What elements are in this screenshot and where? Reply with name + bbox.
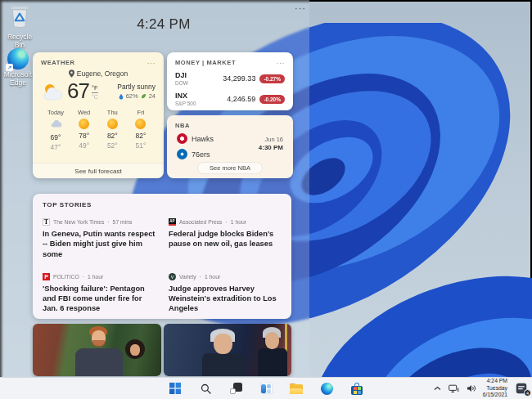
story-source: Associated Press bbox=[179, 219, 223, 225]
top-stories-widget[interactable]: TOP STORIES T The New York Times · 57 mi… bbox=[33, 194, 291, 319]
store-button[interactable] bbox=[347, 379, 367, 398]
story-time: 1 hour bbox=[88, 274, 103, 280]
task-view-icon bbox=[230, 383, 242, 394]
edge-icon: ↗ bbox=[7, 48, 29, 69]
story-headline: 'Shocking failure': Pentagon and FBI com… bbox=[43, 284, 156, 314]
search-icon bbox=[201, 383, 211, 394]
clock-day: Tuesday bbox=[483, 385, 507, 392]
recycle-bin-icon bbox=[8, 4, 31, 32]
top-stories-title: TOP STORIES bbox=[43, 201, 282, 208]
story-source: POLITICO bbox=[53, 274, 79, 280]
sunny-icon bbox=[79, 119, 89, 129]
story-item[interactable]: AP Associated Press · 1 hour Federal jud… bbox=[169, 218, 282, 259]
desktop-icon-microsoft-edge[interactable]: ↗ Microsoft Edge bbox=[1, 48, 35, 87]
story-time: 57 mins bbox=[113, 219, 133, 225]
story-source: Variety bbox=[179, 274, 196, 280]
weather-title: WEATHER bbox=[41, 59, 75, 66]
desktop: Recycle Bin ↗ Microsoft Edge 4:24 PM ···… bbox=[0, 0, 532, 399]
story-item[interactable]: T The New York Times · 57 mins In Geneva… bbox=[43, 218, 156, 259]
edge-icon bbox=[321, 383, 333, 395]
weather-widget[interactable]: WEATHER ··· Eugene, Oregon 67 °F °C Part… bbox=[33, 52, 164, 178]
panel-more-icon[interactable]: ··· bbox=[288, 3, 313, 13]
clock-time: 4:24 PM bbox=[483, 378, 507, 385]
story-item[interactable]: P POLITICO · 1 hour 'Shocking failure': … bbox=[43, 273, 156, 314]
cloudy-icon bbox=[50, 119, 62, 128]
nba-title: NBA bbox=[175, 122, 190, 129]
story-source: The New York Times bbox=[53, 219, 104, 225]
hidden-icons-chevron[interactable] bbox=[433, 386, 442, 391]
forecast-day-today[interactable]: Today 69° 47° bbox=[43, 109, 68, 151]
market-more-icon[interactable]: ··· bbox=[277, 61, 286, 65]
air-quality-value: 24 bbox=[149, 92, 156, 100]
taskbar: 4:24 PM Tuesday 6/15/2021 4 bbox=[0, 377, 532, 399]
story-time: 1 hour bbox=[231, 219, 246, 225]
story-time: 1 hour bbox=[205, 274, 220, 280]
folder-icon bbox=[290, 383, 303, 394]
market-row-inx[interactable]: INX S&P 500 4,246.59 -0.20% bbox=[175, 92, 285, 106]
politico-logo-icon: P bbox=[43, 273, 50, 280]
condition-text: Partly sunny bbox=[117, 83, 156, 91]
leaf-icon bbox=[141, 93, 147, 99]
chevron-up-icon bbox=[434, 386, 441, 391]
change-badge: -0.20% bbox=[259, 95, 285, 104]
forecast-day-thu[interactable]: Thu 82° 52° bbox=[100, 109, 124, 151]
widgets-icon bbox=[260, 383, 273, 394]
shortcut-arrow-icon: ↗ bbox=[6, 64, 13, 71]
nba-team-hawks[interactable]: Hawks bbox=[177, 133, 214, 144]
volume-icon bbox=[467, 384, 476, 392]
weather-location-row[interactable]: Eugene, Oregon bbox=[41, 69, 156, 78]
unit-fahrenheit[interactable]: °F bbox=[92, 84, 98, 93]
game-time: 4:30 PM bbox=[259, 144, 283, 151]
unit-toggle[interactable]: °F °C bbox=[92, 84, 98, 100]
desktop-icon-recycle-bin[interactable]: Recycle Bin bbox=[2, 4, 37, 49]
story-item[interactable]: V Variety · 1 hour Judge approves Harvey… bbox=[169, 273, 282, 314]
nba-widget[interactable]: NBA Hawks 76ers Jun 16 4:30 PM See more … bbox=[167, 115, 293, 178]
nba-team-76ers[interactable]: 76ers bbox=[177, 149, 214, 159]
location-pin-icon bbox=[69, 69, 74, 78]
volume-tray-button[interactable] bbox=[466, 384, 477, 392]
task-view-button[interactable] bbox=[226, 379, 246, 398]
unit-celsius[interactable]: °C bbox=[92, 94, 98, 100]
story-headline: In Geneva, Putin wants respect -- Biden … bbox=[43, 229, 156, 259]
network-icon bbox=[449, 384, 459, 393]
hawks-logo-icon bbox=[177, 133, 187, 144]
widgets-time-heading: 4:24 PM bbox=[106, 16, 221, 33]
droplet-icon bbox=[119, 93, 124, 100]
market-row-dji[interactable]: DJI DOW 34,299.33 -0.27% bbox=[175, 71, 285, 86]
weather-more-icon[interactable]: ··· bbox=[147, 61, 156, 65]
taskbar-clock[interactable]: 4:24 PM Tuesday 6/15/2021 bbox=[483, 378, 507, 399]
game-date: Jun 16 bbox=[259, 136, 283, 143]
sunny-icon bbox=[107, 119, 118, 129]
story-headline: Federal judge blocks Biden's pause on ne… bbox=[169, 229, 282, 249]
start-button[interactable] bbox=[165, 379, 185, 398]
story-headline: Judge approves Harvey Weinstein's extrad… bbox=[169, 284, 282, 314]
news-photo-1[interactable] bbox=[33, 324, 161, 376]
current-temperature: 67 bbox=[67, 78, 89, 104]
precip-value: 62% bbox=[126, 92, 138, 100]
forecast-day-wed[interactable]: Wed 78° 49° bbox=[72, 109, 97, 151]
widgets-button[interactable] bbox=[256, 379, 276, 398]
see-more-nba-button[interactable]: See more NBA bbox=[197, 162, 263, 174]
file-explorer-button[interactable] bbox=[286, 379, 306, 398]
windows-logo-icon bbox=[169, 383, 181, 394]
clock-date: 6/15/2021 bbox=[483, 392, 507, 399]
change-badge: -0.27% bbox=[259, 74, 285, 83]
desktop-icon-label: Recycle Bin bbox=[2, 33, 37, 49]
variety-logo-icon: V bbox=[169, 273, 176, 280]
partly-sunny-icon bbox=[41, 83, 65, 101]
76ers-logo-icon bbox=[177, 149, 187, 159]
network-tray-button[interactable] bbox=[448, 384, 460, 393]
desktop-icon-label: Microsoft Edge bbox=[1, 70, 35, 87]
nyt-logo-icon: T bbox=[43, 218, 50, 226]
see-full-forecast-link[interactable]: See full forecast bbox=[33, 163, 164, 178]
ap-logo-icon: AP bbox=[169, 218, 176, 226]
market-title: MONEY | MARKET bbox=[175, 59, 236, 66]
edge-button[interactable] bbox=[317, 379, 336, 398]
search-button[interactable] bbox=[196, 379, 215, 398]
market-widget[interactable]: MONEY | MARKET ··· DJI DOW 34,299.33 -0.… bbox=[167, 52, 293, 110]
news-photo-2[interactable] bbox=[164, 324, 291, 376]
weather-location: Eugene, Oregon bbox=[77, 69, 128, 78]
notifications-button[interactable]: 4 bbox=[516, 383, 530, 395]
forecast-day-fri[interactable]: Fri 82° 51° bbox=[128, 109, 153, 151]
notification-count-badge: 4 bbox=[524, 389, 531, 397]
